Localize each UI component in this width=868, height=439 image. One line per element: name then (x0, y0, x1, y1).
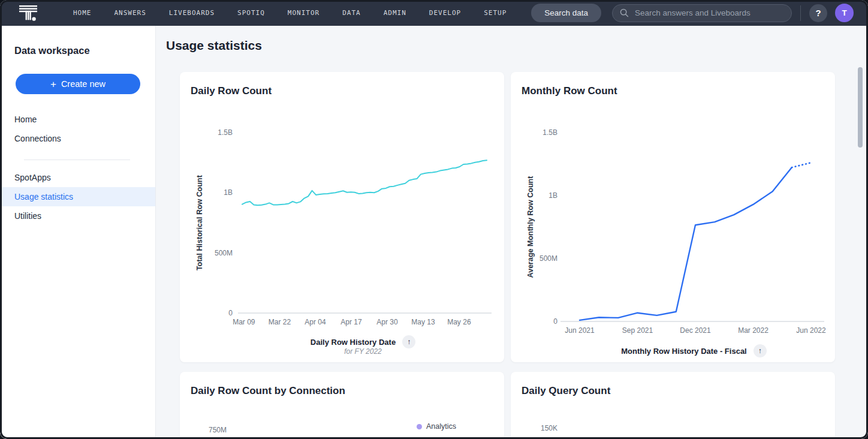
sidebar-nav-spotapps: SpotAppsUsage statisticsUtilities (0, 168, 155, 225)
series-line (242, 160, 487, 205)
chart-card-daily-row-count: Daily Row Count 1.5B1B500M0Mar 09Mar 22A… (180, 72, 504, 362)
chart-card-monthly-row-count: Monthly Row Count 1.5B1B500M0Jun 2021Sep… (511, 72, 835, 362)
sidebar-item-home[interactable]: Home (0, 110, 155, 129)
x-axis-caption: Monthly Row History Date - Fiscal ↑ (511, 344, 835, 357)
chart-title: Daily Row Count by Connection (191, 385, 345, 397)
series-line (580, 167, 792, 320)
sort-ascending-button[interactable]: ↑ (754, 344, 767, 357)
x-tick: Mar 2022 (738, 326, 768, 335)
plus-icon: + (50, 79, 56, 89)
sidebar-item-utilities[interactable]: Utilities (0, 206, 155, 225)
y-tick: 0 (553, 317, 557, 326)
thoughtspot-logo-icon[interactable] (18, 4, 38, 23)
chart-title: Monthly Row Count (522, 85, 617, 97)
x-tick: May 13 (411, 318, 435, 326)
y-tick: 1.5B (218, 128, 233, 137)
y-tick: 500M (215, 249, 233, 257)
page-title: Usage statistics (166, 38, 262, 53)
create-new-button[interactable]: + Create new (16, 74, 140, 94)
monthly-row-count-chart: 1.5B1B500M0Jun 2021Sep 2021Dec 2021Mar 2… (511, 72, 835, 362)
x-tick: Apr 17 (340, 318, 362, 326)
user-avatar[interactable]: T (835, 4, 854, 22)
projection-dotted-line (792, 163, 811, 167)
y-axis-tick: 750M (191, 426, 227, 434)
top-navbar: HOMEANSWERSLIVEBOARDSSPOTIQMONITORDATAAD… (0, 0, 868, 26)
nav-item-data[interactable]: DATA (342, 9, 361, 17)
x-axis-note: for FY 2022 (180, 347, 504, 356)
nav-item-spotiq[interactable]: SPOTIQ (237, 9, 265, 17)
y-axis-label: Total Historical Row Count (195, 175, 204, 270)
create-new-label: Create new (61, 79, 106, 89)
nav-item-home[interactable]: HOME (73, 9, 92, 17)
x-tick: Apr 04 (305, 318, 326, 326)
chart-legend[interactable]: Analytics (417, 422, 456, 431)
liveboard-grid: Daily Row Count 1.5B1B500M0Mar 09Mar 22A… (180, 72, 835, 439)
nav-item-monitor[interactable]: MONITOR (288, 9, 320, 17)
arrow-up-icon: ↑ (407, 338, 411, 346)
sidebar-item-spotapps[interactable]: SpotApps (0, 168, 155, 187)
chart-card-daily-query-count: Daily Query Count 150K (511, 372, 835, 439)
search-icon (620, 8, 629, 17)
nav-item-liveboards[interactable]: LIVEBOARDS (169, 9, 215, 17)
x-tick: May 26 (447, 318, 471, 326)
thoughtspot-logo-glyph (18, 4, 38, 23)
sidebar: Data workspace + Create new HomeConnecti… (0, 26, 156, 439)
nav-item-admin[interactable]: ADMIN (384, 9, 406, 17)
sidebar-item-connections[interactable]: Connections (0, 129, 155, 148)
scrollbar[interactable] (858, 67, 863, 148)
x-tick: Jun 2021 (565, 326, 595, 335)
nav-item-answers[interactable]: ANSWERS (114, 9, 146, 17)
y-tick: 1B (224, 188, 233, 197)
sidebar-divider (24, 160, 130, 160)
daily-row-count-chart: 1.5B1B500M0Mar 09Mar 22Apr 04Apr 17Apr 3… (180, 72, 504, 362)
arrow-up-icon: ↑ (758, 347, 762, 355)
navbar-divider (800, 5, 801, 21)
y-tick: 1.5B (542, 128, 557, 137)
sidebar-nav-top: HomeConnections (0, 110, 155, 148)
chart-card-daily-row-count-by-connection: Daily Row Count by Connection Analytics … (180, 372, 504, 439)
x-tick: Mar 09 (233, 318, 255, 326)
global-search[interactable] (612, 4, 792, 22)
y-tick: 1B (548, 191, 557, 200)
x-tick: Apr 30 (376, 318, 398, 326)
nav-item-develop[interactable]: DEVELOP (429, 9, 461, 17)
y-axis-label: Average Monthly Row Count (526, 176, 535, 278)
x-tick: Mar 22 (269, 318, 291, 326)
x-tick: Sep 2021 (622, 326, 653, 335)
legend-dot-icon (417, 424, 422, 429)
legend-label: Analytics (426, 422, 456, 431)
global-search-input[interactable] (634, 8, 784, 18)
chart-title: Daily Row Count (191, 85, 272, 97)
x-axis-caption: Daily Row History Date ↑ (180, 335, 504, 348)
sort-ascending-button[interactable]: ↑ (402, 335, 415, 348)
y-tick: 0 (228, 309, 233, 317)
x-tick: Jun 2022 (796, 326, 826, 335)
x-axis-label: Monthly Row History Date - Fiscal (621, 347, 746, 356)
x-axis-label: Daily Row History Date (311, 338, 396, 347)
help-button[interactable]: ? (809, 4, 827, 22)
y-tick: 500M (540, 254, 557, 263)
chart-title: Daily Query Count (522, 385, 610, 397)
primary-nav: HOMEANSWERSLIVEBOARDSSPOTIQMONITORDATAAD… (73, 9, 507, 17)
sidebar-item-usage-statistics[interactable]: Usage statistics (0, 187, 155, 206)
y-axis-tick: 150K (522, 424, 557, 432)
app-window: HOMEANSWERSLIVEBOARDSSPOTIQMONITORDATAAD… (0, 0, 868, 439)
x-tick: Dec 2021 (680, 326, 711, 335)
nav-item-setup[interactable]: SETUP (484, 9, 507, 17)
sidebar-title: Data workspace (14, 45, 141, 56)
search-data-button[interactable]: Search data (531, 4, 601, 22)
main-content: Usage statistics Daily Row Count 1.5B1B5… (156, 26, 868, 439)
